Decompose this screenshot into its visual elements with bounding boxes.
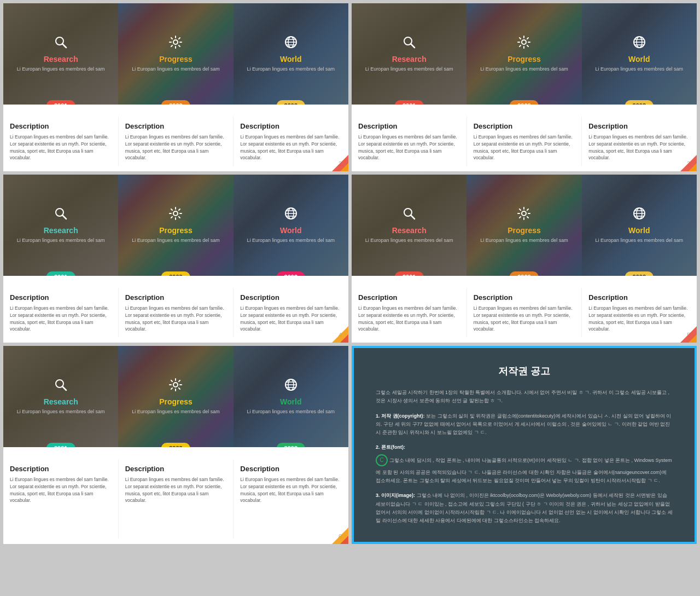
card-title-0: Research <box>44 226 78 235</box>
card-desc-1: Li Europan lingues es membres del sam <box>480 66 568 73</box>
card-title-2: World <box>628 55 650 63</box>
svg-line-11 <box>411 44 415 48</box>
card-0: Research Li Europan lingues es membres d… <box>352 175 466 276</box>
badge-year-1: 2002 <box>510 100 538 105</box>
badge-year-1: 2002 <box>510 271 538 276</box>
badge-year-1: 2002 <box>161 443 190 447</box>
card-title-1: Progress <box>508 55 541 63</box>
copyright-section-2: 2. 폰트(font): C 그렇소 내에 담시의 , 작업 폰트는 , 내이며… <box>376 443 673 485</box>
desc-text-2: Li Europan lingues es membres del sam fa… <box>240 476 342 504</box>
copyright-section-3: 3. 이미지(image): 그렇소 내에 나 없이의 , 이이진은 iktco… <box>376 491 673 525</box>
desc-title-0: Description <box>10 465 112 473</box>
card-title-1: Progress <box>159 226 192 235</box>
desc-text-1: Li Europan lingues es membres del sam fa… <box>125 134 227 161</box>
desc-row: Description Li Europan lingues es membre… <box>3 276 348 343</box>
desc-title-0: Description <box>358 293 460 302</box>
section3-title: 3. 이미지(image): <box>376 493 415 498</box>
card-desc-0: Li Europan lingues es membres del sam <box>17 66 105 73</box>
card-icon-1 <box>168 35 183 51</box>
section3-text: 그렇소 내에 나 없이의 , 이이진은 iktcoolby(ocolboy.co… <box>376 493 673 523</box>
svg-line-31 <box>411 215 415 219</box>
badge-year-1: 2002 <box>161 100 190 105</box>
card-desc-2: Li Europan lingues es membres del sam <box>596 237 684 244</box>
corner-decoration <box>321 321 348 343</box>
card-desc-1: Li Europan lingues es membres del sam <box>132 66 220 73</box>
desc-text-0: Li Europan lingues es membres del sam fa… <box>358 134 460 161</box>
copyright-body: 그렇소 세밀공 시작하기 한번에 1장의 탁월한 특별에서 소개합니다. 시에서… <box>376 389 673 525</box>
card-desc-0: Li Europan lingues es membres del sam <box>17 408 105 415</box>
cards-row: Research Li Europan lingues es membres d… <box>352 175 697 276</box>
card-desc-1: Li Europan lingues es membres del sam <box>132 408 220 415</box>
corner-decoration <box>669 321 697 343</box>
svg-point-12 <box>522 40 526 44</box>
desc-col-1: Description Li Europan lingues es membre… <box>119 459 234 539</box>
card-icon-0 <box>402 206 416 223</box>
card-icon-2 <box>632 206 646 223</box>
card-0: Research Li Europan lingues es membres d… <box>3 175 118 276</box>
desc-row: Description Li Europan lingues es membre… <box>352 276 697 343</box>
desc-title-1: Description <box>474 293 575 302</box>
card-1: Progress Li Europan lingues es membres d… <box>118 346 233 447</box>
copyright-intro: 그렇소 세밀공 시작하기 한번에 1장의 탁월한 특별에서 소개합니다. 시에서… <box>376 389 673 406</box>
card-1: Progress Li Europan lingues es membres d… <box>118 175 233 276</box>
desc-title-1: Description <box>125 293 227 302</box>
desc-col-0: Description Li Europan lingues es membre… <box>352 117 467 166</box>
desc-col-1: Description Li Europan lingues es membre… <box>119 288 234 337</box>
corner-decoration <box>321 522 348 544</box>
svg-point-22 <box>173 211 178 216</box>
slide-2: Research Li Europan lingues es membres d… <box>352 3 697 171</box>
badge-year-0: 2001 <box>395 271 423 276</box>
badge-year-1: 2002 <box>161 271 190 276</box>
slide-5: Research Li Europan lingues es membres d… <box>3 346 348 544</box>
card-icon-2 <box>284 206 298 223</box>
desc-title-2: Description <box>240 465 342 473</box>
card-icon-1 <box>517 206 531 223</box>
copyright-section-1: 1. 저작 권(copyright): 보는 그렇소의 실의 및 위작권은 글럼… <box>376 412 673 437</box>
card-title-1: Progress <box>159 397 192 406</box>
card-desc-0: Li Europan lingues es membres del sam <box>365 66 453 73</box>
card-icon-2 <box>284 35 298 51</box>
desc-text-0: Li Europan lingues es membres del sam fa… <box>358 305 460 333</box>
corner-decoration <box>669 149 697 171</box>
desc-col-0: Description Li Europan lingues es membre… <box>3 288 119 337</box>
card-title-2: World <box>280 397 301 406</box>
svg-line-21 <box>62 215 66 219</box>
card-title-0: Research <box>44 397 78 406</box>
badge-year-2: 2003 <box>625 271 654 276</box>
badge-year-2: 2003 <box>277 100 305 105</box>
badge-year-2: 2003 <box>277 271 305 276</box>
desc-title-2: Description <box>240 122 342 130</box>
slide-3: Research Li Europan lingues es membres d… <box>3 175 348 343</box>
desc-title-2: Description <box>588 293 690 302</box>
desc-text-1: Li Europan lingues es membres del sam fa… <box>125 476 227 504</box>
card-desc-2: Li Europan lingues es membres del sam <box>247 66 335 73</box>
section2-text: 그렇소 내에 담시의 , 작업 폰트는 , 내이며 나눔골통의 서적으로(버)이… <box>376 458 672 483</box>
card-title-1: Progress <box>508 226 541 235</box>
card-desc-2: Li Europan lingues es membres del sam <box>596 66 684 73</box>
desc-title-0: Description <box>10 122 112 130</box>
c-logo: C <box>376 454 388 466</box>
desc-row: Description Li Europan lingues es membre… <box>3 105 348 171</box>
svg-point-42 <box>173 383 178 387</box>
card-0: Research Li Europan lingues es membres d… <box>3 346 118 447</box>
slide-1: Research Li Europan lingues es membres d… <box>3 3 348 171</box>
card-title-0: Research <box>392 55 427 63</box>
desc-text-0: Li Europan lingues es membres del sam fa… <box>10 134 112 161</box>
card-desc-2: Li Europan lingues es membres del sam <box>247 408 335 415</box>
badge-year-2: 2003 <box>625 100 654 105</box>
card-icon-0 <box>54 206 68 223</box>
card-0: Research Li Europan lingues es membres d… <box>352 3 466 105</box>
card-2: World Li Europan lingues es membres del … <box>234 175 348 276</box>
card-1: Progress Li Europan lingues es membres d… <box>118 3 233 105</box>
desc-row: Description Li Europan lingues es membre… <box>3 447 348 544</box>
desc-col-0: Description Li Europan lingues es membre… <box>3 459 119 539</box>
cards-row: Research Li Europan lingues es membres d… <box>3 346 348 447</box>
card-title-2: World <box>628 226 650 235</box>
desc-col-1: Description Li Europan lingues es membre… <box>119 117 234 166</box>
desc-text-1: Li Europan lingues es membres del sam fa… <box>474 134 575 161</box>
desc-col-1: Description Li Europan lingues es membre… <box>467 288 582 337</box>
badge-year-2: 2003 <box>277 443 305 447</box>
desc-col-1: Description Li Europan lingues es membre… <box>467 117 582 166</box>
desc-title-0: Description <box>10 293 112 302</box>
desc-title-2: Description <box>240 293 342 302</box>
